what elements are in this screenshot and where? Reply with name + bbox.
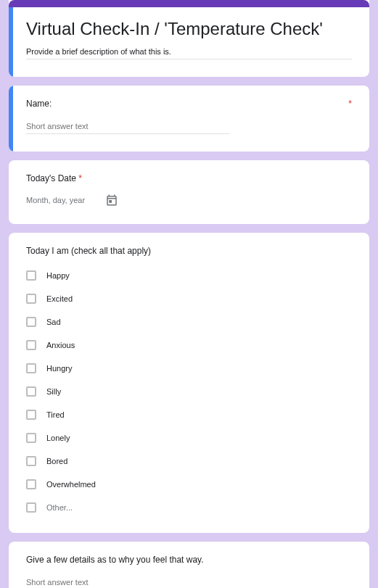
question-feelings-label: Today I am (check all that apply) (26, 246, 352, 256)
checkbox-bored[interactable] (26, 456, 36, 466)
checkbox-hungry[interactable] (26, 363, 36, 373)
form-title: Virtual Check-In / 'Temperature Check' (26, 17, 352, 40)
date-input-placeholder[interactable]: Month, day, year (26, 196, 85, 204)
checkbox-label: Hungry (46, 364, 72, 373)
checkbox-overwhelmed[interactable] (26, 479, 36, 489)
checkbox-label: Happy (46, 271, 70, 280)
checkbox-excited[interactable] (26, 294, 36, 304)
question-name-label: Name: (26, 99, 352, 109)
question-left-accent (9, 86, 13, 152)
checkbox-anxious[interactable] (26, 340, 36, 350)
checkbox-label: Overwhelmed (46, 480, 96, 489)
checkbox-row-hungry[interactable]: Hungry (26, 363, 352, 373)
name-input[interactable] (26, 120, 229, 134)
checkbox-sad[interactable] (26, 317, 36, 327)
question-name-card: Name: * (9, 86, 369, 152)
required-star: * (78, 173, 82, 183)
question-date-label-text: Today's Date (26, 173, 76, 183)
checkbox-row-other[interactable]: Other... (26, 502, 352, 513)
question-details-label: Give a few details as to why you feel th… (26, 555, 352, 565)
checkbox-happy[interactable] (26, 270, 36, 281)
checkbox-row-anxious[interactable]: Anxious (26, 340, 352, 350)
checkbox-tired[interactable] (26, 410, 36, 420)
checkbox-row-bored[interactable]: Bored (26, 456, 352, 466)
checkbox-label: Sad (46, 318, 61, 326)
checkbox-label: Lonely (46, 434, 70, 442)
checkbox-lonely[interactable] (26, 433, 36, 443)
question-feelings-card: Today I am (check all that apply) Happy … (9, 233, 369, 533)
checkbox-row-overwhelmed[interactable]: Overwhelmed (26, 479, 352, 489)
calendar-icon[interactable] (105, 194, 118, 207)
form-description: Provide a brief description of what this… (26, 47, 352, 59)
checkbox-row-silly[interactable]: Silly (26, 386, 352, 397)
checkbox-label: Anxious (46, 341, 75, 349)
details-input[interactable] (26, 576, 352, 588)
question-date-label: Today's Date * (26, 173, 352, 183)
date-row: Month, day, year (26, 194, 352, 207)
question-details-card: Give a few details as to why you feel th… (9, 542, 369, 588)
checkbox-row-tired[interactable]: Tired (26, 410, 352, 420)
question-date-card: Today's Date * Month, day, year (9, 160, 369, 224)
required-star: * (348, 99, 352, 109)
checkbox-label: Tired (46, 410, 65, 419)
form-container: Virtual Check-In / 'Temperature Check' P… (0, 0, 378, 588)
checkbox-row-happy[interactable]: Happy (26, 270, 352, 281)
checkbox-row-sad[interactable]: Sad (26, 317, 352, 327)
checkbox-label: Silly (46, 387, 61, 396)
checkbox-silly[interactable] (26, 386, 36, 397)
checkbox-other[interactable] (26, 502, 36, 513)
checkbox-row-lonely[interactable]: Lonely (26, 433, 352, 443)
checkbox-row-excited[interactable]: Excited (26, 294, 352, 304)
checkbox-label: Bored (46, 457, 67, 465)
header-left-accent (9, 7, 13, 77)
checkbox-label: Excited (46, 294, 73, 303)
form-header-card: Virtual Check-In / 'Temperature Check' P… (9, 0, 369, 77)
header-top-accent (9, 0, 369, 7)
checkbox-label: Other... (46, 503, 73, 512)
